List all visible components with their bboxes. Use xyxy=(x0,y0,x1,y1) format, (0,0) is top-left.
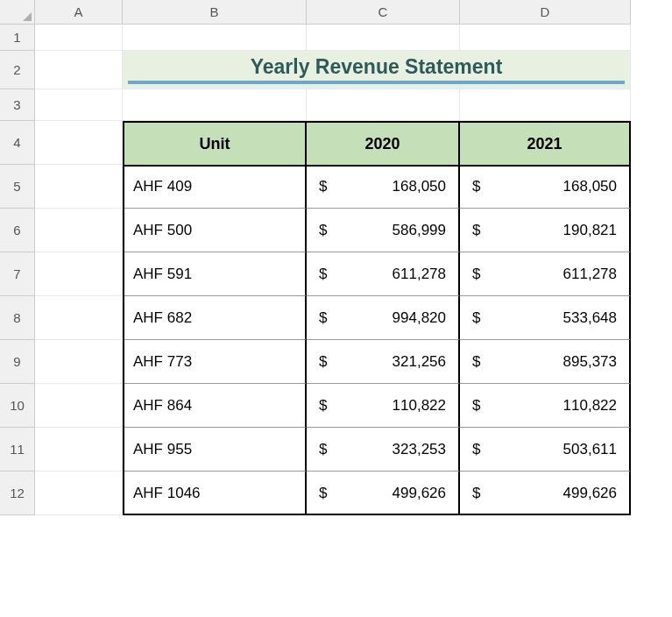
value-2020: 586,999 xyxy=(393,222,446,239)
header-unit[interactable]: Unit xyxy=(124,123,307,167)
row-header-3[interactable]: 3 xyxy=(0,89,35,121)
row-6: 6AHF 500$586,999$190,821 xyxy=(0,209,672,252)
title-cell[interactable]: Yearly Revenue Statement xyxy=(123,51,631,89)
value-2021: 110,822 xyxy=(563,397,617,415)
row-header-9[interactable]: 9 xyxy=(0,340,35,384)
cell-2020-12[interactable]: $499,626 xyxy=(307,472,460,515)
value-2020: 168,050 xyxy=(393,178,446,195)
cell-unit-5[interactable]: AHF 409 xyxy=(124,165,307,209)
cell-a12[interactable] xyxy=(35,472,123,515)
select-all-corner[interactable] xyxy=(0,0,35,25)
currency-symbol: $ xyxy=(319,441,327,458)
row-header-6[interactable]: 6 xyxy=(0,209,35,252)
currency-symbol: $ xyxy=(472,397,480,415)
cell-a7[interactable] xyxy=(35,252,123,296)
cell-a2[interactable] xyxy=(35,51,123,89)
cell-2021-10[interactable]: $110,822 xyxy=(460,384,631,428)
row-4: 4 Unit 2020 2021 xyxy=(0,121,672,165)
value-2021: 611,278 xyxy=(563,266,617,283)
cell-2021-11[interactable]: $503,611 xyxy=(460,428,631,472)
currency-symbol: $ xyxy=(472,309,480,327)
value-2021: 168,050 xyxy=(563,178,617,195)
col-header-b[interactable]: B xyxy=(123,0,307,25)
cell-a1[interactable] xyxy=(35,25,123,51)
cell-2020-8[interactable]: $994,820 xyxy=(307,296,460,340)
page-title: Yearly Revenue Statement xyxy=(128,55,625,84)
row-header-8[interactable]: 8 xyxy=(0,296,35,340)
cell-2021-12[interactable]: $499,626 xyxy=(460,472,631,515)
cell-2021-6[interactable]: $190,821 xyxy=(460,209,631,252)
row-header-10[interactable]: 10 xyxy=(0,384,35,428)
row-header-11[interactable]: 11 xyxy=(0,428,35,472)
value-2020: 110,822 xyxy=(393,397,446,415)
column-headers: A B C D xyxy=(35,0,672,25)
currency-symbol: $ xyxy=(319,266,327,283)
value-2021: 895,373 xyxy=(563,353,617,371)
cell-2021-9[interactable]: $895,373 xyxy=(460,340,631,384)
row-9: 9AHF 773$321,256$895,373 xyxy=(0,340,672,384)
value-2021: 503,611 xyxy=(563,441,617,458)
currency-symbol: $ xyxy=(472,353,480,371)
cell-c1[interactable] xyxy=(307,25,460,51)
value-2021: 499,626 xyxy=(563,485,617,502)
cell-2021-8[interactable]: $533,648 xyxy=(460,296,631,340)
cell-2020-6[interactable]: $586,999 xyxy=(307,209,460,252)
col-header-a[interactable]: A xyxy=(35,0,123,25)
row-3: 3 xyxy=(0,89,672,121)
cell-c3[interactable] xyxy=(307,89,460,121)
cell-a6[interactable] xyxy=(35,209,123,252)
cell-unit-6[interactable]: AHF 500 xyxy=(124,209,307,252)
cell-2020-9[interactable]: $321,256 xyxy=(307,340,460,384)
header-2020[interactable]: 2020 xyxy=(307,123,460,167)
currency-symbol: $ xyxy=(319,353,327,371)
col-header-d[interactable]: D xyxy=(460,0,631,25)
cell-unit-7[interactable]: AHF 591 xyxy=(124,252,307,296)
cell-a9[interactable] xyxy=(35,340,123,384)
cell-b1[interactable] xyxy=(123,25,307,51)
value-2021: 190,821 xyxy=(563,222,617,239)
cell-unit-12[interactable]: AHF 1046 xyxy=(124,472,307,515)
cell-2020-7[interactable]: $611,278 xyxy=(307,252,460,296)
row-header-5[interactable]: 5 xyxy=(0,165,35,209)
row-11: 11AHF 955$323,253$503,611 xyxy=(0,428,672,472)
value-2020: 611,278 xyxy=(393,266,446,283)
currency-symbol: $ xyxy=(319,178,327,195)
row-header-2[interactable]: 2 xyxy=(0,51,35,89)
row-1: 1 xyxy=(0,25,672,51)
cell-a11[interactable] xyxy=(35,428,123,472)
cell-b3[interactable] xyxy=(123,89,307,121)
col-header-c[interactable]: C xyxy=(307,0,460,25)
currency-symbol: $ xyxy=(319,397,327,415)
value-2020: 499,626 xyxy=(393,485,446,502)
cell-d3[interactable] xyxy=(460,89,631,121)
value-2021: 533,648 xyxy=(563,309,617,327)
row-header-7[interactable]: 7 xyxy=(0,252,35,296)
cell-a8[interactable] xyxy=(35,296,123,340)
cell-a4[interactable] xyxy=(35,121,123,165)
cell-2021-7[interactable]: $611,278 xyxy=(460,252,631,296)
cell-2021-5[interactable]: $168,050 xyxy=(460,165,631,209)
row-8: 8AHF 682$994,820$533,648 xyxy=(0,296,672,340)
cell-d1[interactable] xyxy=(460,25,631,51)
cell-unit-11[interactable]: AHF 955 xyxy=(124,428,307,472)
row-header-12[interactable]: 12 xyxy=(0,472,35,515)
value-2020: 323,253 xyxy=(393,441,446,458)
header-2021[interactable]: 2021 xyxy=(460,123,631,167)
cell-2020-5[interactable]: $168,050 xyxy=(307,165,460,209)
cell-a5[interactable] xyxy=(35,165,123,209)
cell-unit-8[interactable]: AHF 682 xyxy=(124,296,307,340)
currency-symbol: $ xyxy=(472,485,480,502)
cell-a10[interactable] xyxy=(35,384,123,428)
currency-symbol: $ xyxy=(472,441,480,458)
cell-unit-10[interactable]: AHF 864 xyxy=(124,384,307,428)
row-2: 2 Yearly Revenue Statement xyxy=(0,51,672,89)
cell-a3[interactable] xyxy=(35,89,123,121)
row-5: 5AHF 409$168,050$168,050 xyxy=(0,165,672,209)
row-header-1[interactable]: 1 xyxy=(0,25,35,51)
row-header-4[interactable]: 4 xyxy=(0,121,35,165)
currency-symbol: $ xyxy=(472,266,480,283)
row-7: 7AHF 591$611,278$611,278 xyxy=(0,252,672,296)
cell-2020-11[interactable]: $323,253 xyxy=(307,428,460,472)
cell-unit-9[interactable]: AHF 773 xyxy=(124,340,307,384)
cell-2020-10[interactable]: $110,822 xyxy=(307,384,460,428)
